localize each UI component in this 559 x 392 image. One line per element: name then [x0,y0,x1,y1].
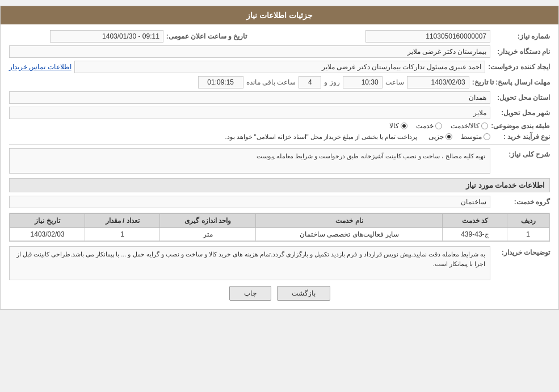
category-option-khadamat[interactable]: خدمت [416,122,442,130]
radio-kala-khadamat [481,123,488,129]
table-cell: ج-43-439 [443,228,507,241]
city-label: شهر محل تحویل: [493,109,550,117]
page-title: جزئیات اطلاعات نیاز [246,11,313,20]
category-label-kala-khadamat: کالا/خدمت [451,122,480,130]
row-general-desc: شرح کلی نیاز: تهیه کلیه مصالح ، ساخت و ن… [9,148,550,174]
row-city: شهر محل تحویل: ملایر [9,107,550,119]
province-label: استان محل تحویل: [493,94,550,102]
row-service-group: گروه خدمت: ساختمان [9,196,550,208]
table-row: 1ج-43-439سایر فعالیت‌های تخصصی ساختمانمت… [10,228,549,241]
general-desc-value: تهیه کلیه مصالح ، ساخت و نصب کابینت آشپز… [9,148,490,174]
deadline-date: 1403/02/03 [407,76,469,88]
table-body: 1ج-43-439سایر فعالیت‌های تخصصی ساختمانمت… [10,228,549,241]
buyer-notes-label: توضیحات خریدار: [493,246,550,256]
back-button[interactable]: بازگشت [277,286,330,301]
creator-label: ایجاد کننده درخواست: [488,63,550,71]
purchase-label-motavasset: متوسط [461,133,482,141]
buyer-name-label: نام دستگاه خریدار: [493,48,550,56]
service-group-label: گروه خدمت: [493,198,550,206]
contact-link[interactable]: اطلاعات تماس خریدار [9,63,72,71]
creator-value: احمد عنبری مسئول تدارکات بیمارستان دکتر … [74,61,486,73]
button-row: بازگشت چاپ [9,286,550,301]
print-button[interactable]: چاپ [229,286,271,301]
purchase-label-jozi: جزیی [428,133,444,141]
row-deadline: مهلت ارسال پاسخ: تا تاریخ: 1403/02/03 سا… [9,76,550,88]
col-service-name: نام خدمت [256,214,443,228]
need-number-value: 1103050160000007 [365,30,490,43]
buyer-name-value: بیمارستان دکتر غرضی ملایر [9,45,490,58]
province-value: همدان [9,91,490,104]
radio-khadamat [435,123,442,129]
col-date: تاریخ نیاز [10,214,85,228]
table-cell: 1 [507,228,549,241]
col-service-code: کد خدمت [443,214,507,228]
deadline-time-label: ساعت [385,78,404,86]
row-purchase-type: نوع فرآیند خرید : متوسط جزیی پرداخت تمام… [9,133,550,141]
divider-1 [9,144,550,145]
general-desc-label: شرح کلی نیاز: [493,148,550,158]
deadline-days: 4 [299,76,321,88]
table-cell: 1403/02/03 [10,228,85,241]
buyer-notes-value: به شرایط معامله دقت نمایید.پیش نویس قرار… [9,246,490,280]
category-option-kala[interactable]: کالا [389,122,407,130]
page-header: جزئیات اطلاعات نیاز [1,6,558,24]
purchase-option-jozi[interactable]: جزیی [428,133,452,141]
services-table-container: ردیف کد خدمت نام خدمت واحد اندازه گیری ت… [9,213,550,242]
table-cell: سایر فعالیت‌های تخصصی ساختمان [256,228,443,241]
row-need-number: شماره نیاز: 1103050160000007 تاریخ و ساع… [9,30,550,43]
table-header-row: ردیف کد خدمت نام خدمت واحد اندازه گیری ت… [10,214,549,228]
service-group-value: ساختمان [9,196,490,208]
purchase-option-motavasset[interactable]: متوسط [461,133,490,141]
deadline-remaining-label: ساعت باقی مانده [246,78,296,86]
radio-jozi [445,133,452,140]
announcement-datetime-label: تاریخ و ساعت اعلان عمومی: [166,32,247,40]
category-label: طبقه بندی موضوعی: [491,122,550,130]
row-province: استان محل تحویل: همدان [9,91,550,104]
col-unit: واحد اندازه گیری [160,214,256,228]
table-cell: متر [160,228,256,241]
table-cell: 1 [85,228,160,241]
row-buyer-notes: توضیحات خریدار: به شرایط معامله دقت نمای… [9,246,550,280]
purchase-type-radio-group: متوسط جزیی [428,133,490,141]
deadline-label: مهلت ارسال پاسخ: تا تاریخ: [472,78,550,86]
content-area: شماره نیاز: 1103050160000007 تاریخ و ساع… [1,24,558,309]
purchase-note: پرداخت تمام یا بخشی از مبلغ خریداز محل "… [225,133,417,141]
page-container: جزئیات اطلاعات نیاز شماره نیاز: 11030501… [0,6,559,310]
row-category: طبقه بندی موضوعی: کالا/خدمت خدمت کالا [9,122,550,130]
col-quantity: تعداد / مقدار [85,214,160,228]
deadline-days-label: روز و [324,78,339,86]
radio-kala [401,123,407,129]
col-row-num: ردیف [507,214,549,228]
deadline-time: 10:30 [343,76,383,88]
purchase-type-label: نوع فرآیند خرید : [493,133,550,141]
radio-motavasset [484,133,490,140]
services-info-title: اطلاعات خدمات مورد نیاز [9,178,550,192]
services-table: ردیف کد خدمت نام خدمت واحد اندازه گیری ت… [10,213,549,241]
category-option-kala-khadamat[interactable]: کالا/خدمت [451,122,488,130]
category-label-khadamat: خدمت [416,122,434,130]
announcement-datetime-value: 09:11 - 1403/01/30 [50,30,163,43]
row-buyer-name: نام دستگاه خریدار: بیمارستان دکتر غرضی م… [9,45,550,58]
row-creator: ایجاد کننده درخواست: احمد عنبری مسئول تد… [9,61,550,73]
need-number-label: شماره نیاز: [493,32,550,40]
category-label-kala: کالا [389,122,399,130]
category-radio-group: کالا/خدمت خدمت کالا [389,122,488,130]
deadline-remaining: 01:09:15 [198,76,243,88]
city-value: ملایر [9,107,490,119]
